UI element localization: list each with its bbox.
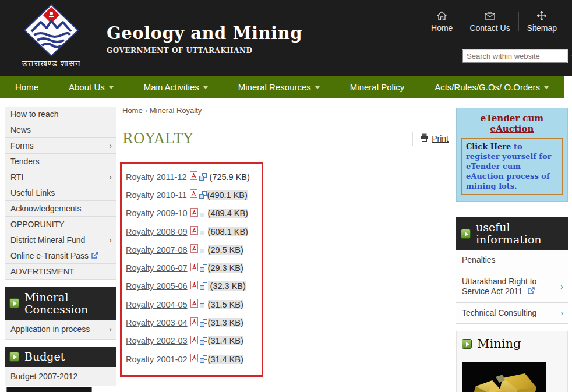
sidebar-item-useful-links[interactable]: Useful Links	[5, 185, 116, 201]
chevron-down-icon	[109, 86, 114, 89]
pdf-icon[interactable]	[190, 299, 198, 310]
popup-window-icon[interactable]	[200, 337, 207, 345]
royalty-row: Royalty 2008-09 (608.1 KB)	[126, 223, 262, 241]
pdf-icon[interactable]	[190, 336, 198, 347]
section-title: Budget	[24, 351, 65, 363]
popup-window-icon[interactable]	[200, 301, 207, 308]
royalty-row: Royalty 2006-07 (29.3 KB)	[126, 259, 262, 277]
royalty-link[interactable]: Royalty 2007-08	[126, 245, 188, 255]
sidebar-item-news[interactable]: News	[5, 122, 116, 138]
popup-window-icon[interactable]	[199, 173, 207, 181]
pdf-icon[interactable]	[190, 226, 198, 237]
sidebar-item-how-to-reach[interactable]: How to reach	[5, 107, 116, 122]
pdf-icon[interactable]	[190, 317, 198, 329]
info-item-penalties[interactable]: Penalties	[456, 250, 568, 271]
pdf-icon[interactable]	[190, 263, 198, 274]
breadcrumb-current: Mineral Royalty	[150, 106, 202, 115]
photo-widget-partial	[6, 387, 92, 392]
utility-sitemap-link[interactable]: Sitemap	[519, 10, 565, 33]
royalty-link[interactable]: Royalty 2009-10	[126, 209, 188, 218]
file-size: (32.3 KB)	[208, 281, 246, 291]
etender-click-here-link[interactable]: Click Here	[466, 142, 511, 151]
etender-title: eTender cum eAuction	[461, 113, 563, 134]
nav-item-main-activities[interactable]: Main Activities	[129, 76, 223, 98]
nav-item-mineral-resources[interactable]: Mineral Resources	[223, 76, 335, 98]
external-link-icon	[91, 251, 98, 260]
royalty-link[interactable]: Royalty 2003-04	[126, 318, 188, 327]
etender-text: Click Here to register yourself for eTen…	[461, 138, 563, 195]
section-title: useful information	[476, 221, 563, 246]
sidebar-item-district-mineral-fund[interactable]: District Mineral Fund	[5, 232, 116, 248]
sidebar-section-mineral-concession[interactable]: Mineral Concession	[5, 287, 116, 320]
sidebar-section-budget[interactable]: Budget	[5, 347, 116, 367]
sidebar-item-application-in-process[interactable]: Application in process	[5, 320, 116, 340]
royalty-link[interactable]: Royalty 2005-06	[126, 281, 188, 291]
popup-window-icon[interactable]	[200, 264, 207, 272]
sidebar-item-rti[interactable]: RTI	[5, 169, 116, 185]
pdf-icon[interactable]	[190, 208, 198, 219]
chevron-right-icon	[560, 282, 563, 291]
popup-window-icon[interactable]	[200, 210, 207, 217]
utility-nav: Home Contact Us Sitemap	[423, 10, 565, 33]
popup-window-icon[interactable]	[199, 191, 207, 199]
useful-information-header: useful information	[456, 217, 568, 250]
pdf-icon[interactable]	[190, 244, 198, 255]
royalty-link[interactable]: Royalty 2008-09	[126, 227, 188, 236]
info-item-right-to-service-act[interactable]: Uttarakhand Right to Service Act 2011	[456, 271, 568, 303]
uttarakhand-emblem-logo[interactable]: उत्तराखण्ड शासन	[16, 3, 86, 75]
nav-item-about-us[interactable]: About Us	[54, 76, 129, 98]
main-content: HomeMineral Royalty ROYALTY Print Royalt…	[122, 103, 449, 147]
sidebar-item-forms[interactable]: Forms	[5, 138, 116, 154]
popup-window-icon[interactable]	[200, 228, 207, 235]
print-control[interactable]: Print	[412, 132, 449, 146]
royalty-link[interactable]: Royalty 2006-07	[126, 263, 188, 273]
royalty-link[interactable]: Royalty 2011-12	[126, 172, 187, 182]
emblem-icon	[23, 3, 79, 57]
chevron-right-icon	[109, 325, 112, 333]
pdf-icon[interactable]	[190, 171, 197, 182]
sidebar-item-budget-2007-2012[interactable]: Budget 2007-2012	[5, 367, 116, 386]
sidebar-item-opporunity[interactable]: OPPORUNITY	[5, 217, 116, 232]
useful-information-list: Penalties Uttarakhand Right to Service A…	[456, 250, 568, 324]
print-link[interactable]: Print	[432, 134, 449, 143]
file-size: (31.4 KB)	[208, 336, 243, 345]
nav-item-acts-rules[interactable]: Acts/Rules/G.Os/ O.Orders	[419, 76, 564, 98]
breadcrumb-home-link[interactable]: Home	[122, 106, 143, 115]
sidebar-item-online-e-transit-pass[interactable]: Online e-Transit Pass	[5, 248, 116, 264]
search-input[interactable]	[463, 52, 571, 61]
mineral-photo[interactable]	[462, 362, 546, 392]
royalty-row: Royalty 2010-11 (490.1 KB)	[126, 186, 262, 204]
spacer	[5, 280, 116, 287]
popup-window-icon[interactable]	[200, 246, 207, 253]
utility-home-link[interactable]: Home	[423, 10, 461, 33]
popup-window-icon[interactable]	[200, 355, 207, 363]
sidebar-item-advertisment[interactable]: ADVERTISMENT	[5, 264, 116, 280]
utility-contact-link[interactable]: Contact Us	[461, 10, 518, 33]
royalty-link[interactable]: Royalty 2010-11	[126, 190, 187, 200]
nav-item-mineral-policy[interactable]: Mineral Policy	[335, 76, 419, 98]
pdf-icon[interactable]	[190, 354, 198, 365]
royalty-row: Royalty 2005-06 (32.3 KB)	[126, 277, 262, 295]
play-icon	[9, 298, 19, 308]
page: उत्तराखण्ड शासन Geology and Mining GOVER…	[0, 0, 572, 392]
right-sidebar: eTender cum eAuction Click Here to regis…	[456, 108, 568, 392]
royalty-link[interactable]: Royalty 2004-05	[126, 300, 188, 309]
utility-home-label: Home	[431, 23, 453, 33]
pdf-icon[interactable]	[190, 281, 198, 292]
pdf-icon[interactable]	[190, 189, 197, 200]
popup-window-icon[interactable]	[200, 319, 207, 327]
info-item-technical-consulting[interactable]: Technical Consulting	[456, 303, 568, 324]
popup-window-icon[interactable]	[200, 282, 207, 290]
site-title: Geology and Mining	[107, 23, 302, 43]
nav-item-home[interactable]: Home	[0, 76, 54, 98]
etender-banner: eTender cum eAuction Click Here to regis…	[456, 108, 568, 202]
royalty-link[interactable]: Royalty 2001-02	[126, 355, 188, 364]
play-icon	[461, 229, 471, 239]
sidebar-menu: How to reach News Forms Tenders RTI Usef…	[5, 107, 116, 280]
sidebar-item-tenders[interactable]: Tenders	[5, 154, 116, 169]
sidebar-item-acknowledgements[interactable]: Acknowledgements	[5, 201, 116, 217]
nav-item-mineral-royalty[interactable]: Mineral Royalty	[564, 76, 572, 98]
section-title: Mineral Concession	[24, 291, 112, 316]
site-subtitle: GOVERNMENT OF UTTARAKHAND	[107, 47, 302, 55]
royalty-link[interactable]: Royalty 2002-03	[126, 336, 188, 345]
